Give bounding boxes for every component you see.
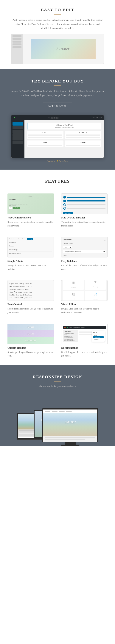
font-names-display: Caption Exo Pathway Gothic One C face Ar…: [10, 282, 52, 299]
shop-logo: Shop: [9, 195, 52, 198]
font-arial: Arial C: [23, 292, 28, 293]
font-code: Code Pro: [10, 292, 17, 293]
dashboard-mockup: ⚑ Theme Demo Time left: 5:00 Welcome to …: [11, 115, 104, 158]
features-grid: Shop Beach Bliss £36.00 This is the prod…: [6, 192, 110, 360]
installer-line-4: [67, 208, 106, 209]
doc-sidebar-panel: Theme Installer Theme Customization Colo…: [63, 330, 78, 342]
sidebar-widget-select[interactable]: Widget Area #1 (Sidebar #1): [63, 250, 106, 253]
feature-desc-fonts: Select from hundreds of Google fonts to …: [8, 307, 54, 314]
doc-sidebar-item-6: Using the Content Page: [64, 340, 77, 341]
admin-toprow: Arthur Prince Home Blogger Change: [9, 238, 52, 240]
doc-sidebar-item-1: Theme Customization: [64, 333, 77, 334]
ve-columns-cell: ⊞ Columns: [63, 280, 84, 290]
feature-woocommerce: Shop Beach Bliss £36.00 This is the prod…: [6, 192, 56, 229]
font-chewy: Chewy: [18, 292, 23, 293]
feature-title-visual: Visual Editor: [61, 303, 108, 306]
feature-sidebars: Page Settings ▲ Left/Right Column Left R…: [59, 235, 110, 273]
edit-panel-layout: Layout: [93, 334, 104, 336]
dash-main: Welcome to WordPress! Get started by cus…: [24, 120, 104, 158]
easy-to-edit-description: Add your logo, select a header image or …: [11, 18, 104, 30]
dash-widget-title-1: At a Glance: [28, 132, 62, 134]
feature-desc-installer: The easiest them to install and setup on…: [61, 220, 108, 228]
mockup-sidebar: [12, 34, 22, 64]
feature-title-headers: Custom Headers: [8, 346, 54, 350]
dash-widget-line-6: [66, 145, 100, 146]
doc-url-bar: Home Blogger 2.0 by Blunder: [69, 326, 85, 328]
try-before-divider: [54, 86, 61, 86]
admin-theme-label: Home Blogger: [18, 238, 26, 240]
ve-image-label: Image: [72, 298, 75, 300]
installer-step-4: [63, 207, 106, 210]
monitor-screen: [42, 408, 98, 442]
header-option-watercolour: Watercolour: [8, 337, 54, 344]
easy-to-edit-section: EASY TO EDIT Add your logo, select a hea…: [0, 0, 115, 70]
dash-sidebar-plugins: [12, 137, 23, 140]
doc-sidebar-item-3: Customizing Fonts: [64, 336, 77, 337]
feature-documentation: Home Blogger 2.0 by Blunder Theme Instal…: [59, 322, 110, 360]
font-courier: Courier: [26, 286, 33, 287]
admin-row-bg: Background Image ›: [9, 252, 52, 256]
monitor-nav-dot-4: [66, 411, 72, 412]
easy-to-edit-heading: EASY TO EDIT: [11, 8, 104, 12]
feature-title-installer: Step by Step Installer: [61, 216, 108, 219]
admin-typography-val: ›: [52, 242, 52, 243]
ve-icon-grid: ⊞ Columns T Heading 🖼 Image 📄: [63, 280, 106, 301]
monitor-base: [61, 444, 80, 446]
feature-thumb-shop: Shop Beach Bliss £36.00 This is the prod…: [8, 194, 54, 214]
devices-mockup: [11, 394, 104, 446]
installer-circle-2: [63, 200, 66, 202]
try-before-heading: TRY BEFORE YOU BUY: [11, 79, 104, 84]
feature-thumb-sidebars: Page Settings ▲ Left/Right Column Left R…: [61, 237, 108, 258]
monitor-nav-dot-1: [45, 411, 50, 412]
feature-thumb-doc: Home Blogger 2.0 by Blunder Theme Instal…: [61, 324, 108, 344]
installer-circle-1: [63, 196, 66, 198]
dash-sidebar-pages: [12, 130, 23, 133]
installer-circle-3: [63, 203, 66, 206]
feature-title-admin: Simple Admin: [8, 260, 54, 263]
admin-row-colours: Colours ›: [9, 245, 52, 248]
feature-desc-admin: Straight forward options to customise yo…: [8, 264, 54, 271]
responsive-description: The website looks great on any device.: [11, 385, 104, 388]
installer-inner: Theme Installer: [62, 194, 107, 214]
monitor-nav-dot-2: [52, 411, 58, 412]
sidebar-item-2: [12, 38, 22, 40]
dash-sidebar-dashboard: [12, 122, 23, 126]
installer-line-1: [67, 197, 106, 198]
installer-line-2: [67, 200, 106, 202]
sidebar-page-settings-title: Page Settings: [63, 238, 72, 240]
admin-colours-val: ›: [52, 245, 52, 247]
admin-username: Arthur Prince: [9, 238, 17, 240]
font-quattrocento: Quattrocento: [24, 297, 32, 299]
dash-widget-line-2: [28, 137, 62, 138]
feature-desc-sidebars: Control the position of the sidebar widg…: [61, 264, 108, 271]
sidebar-item-4: [12, 44, 22, 45]
doc-sidebar-title: Theme Installer: [64, 331, 77, 332]
login-to-demo-button[interactable]: Login to Demo: [43, 102, 72, 109]
font-face: face: [10, 286, 13, 287]
dash-widget-line-5: [28, 145, 62, 146]
dash-widget-1: At a Glance: [27, 131, 64, 139]
installer-step-2: [63, 200, 106, 202]
feature-installer: Theme Installer: [59, 192, 110, 229]
doc-circle-green: [67, 327, 68, 328]
ve-heading-label: Heading: [93, 286, 98, 288]
shop-inner: Shop Beach Bliss £36.00 This is the prod…: [8, 194, 54, 214]
admin-typography-label: Typography: [9, 242, 16, 243]
sidebar-lr-select[interactable]: Left Right None: [63, 246, 72, 249]
doc-inner: Home Blogger 2.0 by Blunder Theme Instal…: [62, 324, 107, 344]
dash-widget-3: News: [27, 140, 64, 148]
feature-desc-headers: Select a pre-designed header image or up…: [8, 350, 54, 358]
try-before-description: Access the WordPress Dashboard and trial…: [11, 89, 104, 98]
font-pathway: Pathway Gothic One C: [18, 283, 34, 284]
feature-visual: ⊞ Columns T Heading 🖼 Image 📄: [59, 278, 110, 316]
installer-circle-4: [63, 207, 66, 210]
monitor-nav: [43, 410, 97, 413]
header-option-clouds: Clouds: [8, 324, 54, 330]
website-screenshot: Summer: [11, 34, 104, 64]
edit-panel-title: Edit Tools: [93, 332, 104, 334]
ve-texteditor-label: Text Editor: [92, 298, 98, 300]
mockup-content: Summer: [22, 34, 104, 64]
monitor-foot: [64, 442, 76, 444]
edit-panel: Edit Tools Layout + Text Editor Alignmen…: [92, 331, 105, 342]
headers-options: Clouds Circles Watercolour: [8, 324, 54, 344]
